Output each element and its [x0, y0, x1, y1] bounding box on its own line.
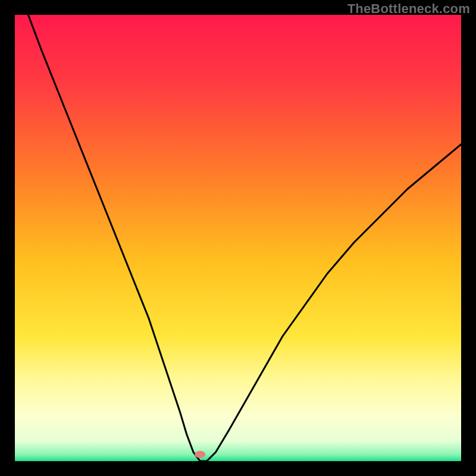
watermark-text: TheBottleneck.com: [347, 1, 470, 17]
bottleneck-plot: [15, 15, 461, 461]
optimal-marker: [195, 451, 205, 458]
gradient-background: [15, 15, 461, 461]
chart-frame: TheBottleneck.com: [0, 0, 476, 476]
plot-area: [15, 15, 461, 461]
